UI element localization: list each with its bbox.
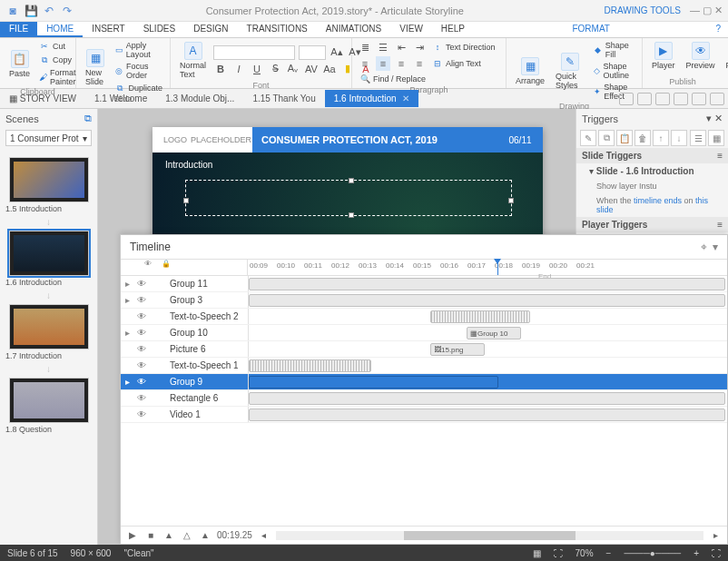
text-direction-button[interactable]: ↕Text Direction [430, 41, 497, 54]
eye-col-icon[interactable]: 👁 [139, 260, 157, 275]
zoom-out-icon[interactable]: − [606, 548, 612, 558]
delete-trigger-icon[interactable]: 🗑 [635, 130, 651, 146]
save-icon[interactable]: 💾 [24, 4, 38, 18]
slide-thumb[interactable] [9, 231, 89, 276]
tab-home[interactable]: HOME [37, 22, 83, 37]
normal-text-button[interactable]: ANormal Text [176, 40, 210, 81]
view-settings-icon[interactable] [710, 93, 724, 105]
underline-icon[interactable]: U [250, 62, 264, 76]
player-triggers-header[interactable]: Player Triggers≡ [576, 217, 728, 232]
align-left-icon[interactable]: ≡ [358, 56, 372, 71]
timeline-ruler[interactable]: 00:09 00:10 00:11 00:12 00:13 00:14 00:1… [248, 260, 727, 275]
timeline-row[interactable]: 👁Picture 6🖼 15.png [121, 341, 727, 358]
arrange-button[interactable]: ▦Arrange [512, 55, 548, 87]
timeline-row[interactable]: ▸👁Group 11 [121, 276, 727, 292]
playhead[interactable] [497, 260, 498, 275]
timeline-anchor-icon[interactable]: ⌖ [701, 241, 707, 253]
tab-module-obj[interactable]: 1.3 Module Obj... [156, 90, 243, 107]
triggers-collapse-icon[interactable]: ▾ ✕ [706, 113, 723, 124]
close-tab-icon[interactable]: ✕ [402, 94, 409, 103]
undo-icon[interactable]: ↶ [42, 4, 56, 18]
tab-help-top[interactable]: HELP [432, 22, 474, 37]
stop-icon[interactable]: ■ [144, 529, 157, 542]
close-icon[interactable]: ✕ [714, 5, 723, 15]
story-view-tab[interactable]: ▦ STORY VIEW [0, 90, 85, 107]
timeline-row[interactable]: ▸👁Group 10▦ Group 10 [121, 325, 727, 341]
tab-welcome[interactable]: 1.1 Welcome [85, 90, 156, 107]
trigger-slide-name[interactable]: ▾ Slide - 1.6 Introduction [576, 163, 728, 179]
font-select[interactable] [213, 45, 295, 60]
variables-icon[interactable]: ☰ [690, 130, 706, 146]
tab-file[interactable]: FILE [0, 22, 37, 37]
focus-order-button[interactable]: ◎Focus Order [113, 61, 164, 81]
zoom-in-icon[interactable]: + [694, 548, 699, 558]
fit-window-icon[interactable]: ⛶ [712, 548, 721, 558]
copy-button[interactable]: ⧉Copy [37, 54, 81, 66]
format-painter-button[interactable]: 🖌Format Painter [37, 67, 81, 87]
maximize-icon[interactable]: ▢ [703, 5, 712, 15]
tab-view[interactable]: VIEW [390, 22, 432, 37]
zoom-slider[interactable]: ────●──── [624, 548, 681, 558]
strike-icon[interactable]: S̶ [268, 62, 282, 76]
align-center-icon[interactable]: ≡ [376, 56, 390, 71]
timeline-scrollbar[interactable] [276, 531, 703, 540]
slide-thumb[interactable] [9, 378, 89, 423]
slide-triggers-header[interactable]: Slide Triggers≡ [576, 148, 728, 163]
player-button[interactable]: ▶Player [648, 40, 679, 72]
quick-styles-button[interactable]: ✎Quick Styles [552, 51, 588, 92]
copy-trigger-icon[interactable]: ⧉ [598, 130, 615, 146]
help-icon[interactable]: ? [708, 22, 728, 37]
align-text-button[interactable]: ⊟Align Text [430, 57, 483, 70]
bullets-icon[interactable]: ≣ [358, 40, 372, 54]
size-select[interactable] [299, 45, 326, 60]
lock-col-icon[interactable]: 🔒 [157, 260, 175, 275]
tab-insert[interactable]: INSERT [83, 22, 134, 37]
zoom-pct[interactable]: 70% [576, 548, 594, 558]
tab-thank-you[interactable]: 1.15 Thank You [243, 90, 324, 107]
timeline-row-selected[interactable]: ▸👁Group 9 [121, 374, 727, 390]
minimize-icon[interactable]: ― [690, 5, 700, 15]
grid-view-icon[interactable]: ▦ [533, 548, 541, 558]
shadow-icon[interactable]: Aᵥ [286, 62, 300, 76]
play-icon[interactable]: ▶ [126, 529, 139, 542]
case-icon[interactable]: Aa [322, 62, 337, 76]
view-phone-landscape-icon[interactable] [674, 93, 688, 105]
scroll-right-icon[interactable]: ▸ [709, 529, 722, 542]
timeline-row[interactable]: 👁Rectangle 6 [121, 390, 727, 407]
char-spacing-icon[interactable]: AV [304, 62, 319, 76]
publish-button[interactable]: ☁Publish [723, 40, 728, 72]
move-up-icon[interactable]: ↑ [653, 130, 669, 146]
expand-col-icon[interactable] [121, 260, 139, 275]
zoom-in-timeline-icon[interactable]: ▲ [199, 529, 212, 542]
timeline-row[interactable]: 👁Text-to-Speech 2 [121, 309, 727, 325]
scroll-left-icon[interactable]: ◂ [258, 529, 271, 542]
justify-icon[interactable]: ≡ [412, 56, 427, 71]
numbering-icon[interactable]: ☰ [376, 40, 390, 54]
tab-slides[interactable]: SLIDES [134, 22, 185, 37]
timeline-row[interactable]: ▸👁Group 3 [121, 292, 727, 309]
scene-selector[interactable]: 1 Consumer Prot▾ [5, 130, 92, 146]
fit-icon[interactable]: ⛶ [554, 548, 563, 558]
new-trigger-icon[interactable]: ✎ [580, 130, 596, 146]
preview-button[interactable]: 👁Preview [683, 40, 719, 72]
zoom-out-timeline-icon[interactable]: ▲ [162, 529, 175, 542]
tab-animations[interactable]: ANIMATIONS [317, 22, 390, 37]
cut-button[interactable]: ✂Cut [37, 40, 81, 53]
timeline-collapse-icon[interactable]: ▾ [713, 241, 718, 253]
trigger-condition[interactable]: When the timeline ends on this slide [576, 193, 728, 217]
scenes-popout-icon[interactable]: ⧉ [84, 113, 92, 124]
grow-font-icon[interactable]: A▴ [330, 45, 344, 60]
tab-format[interactable]: FORMAT [563, 22, 618, 37]
find-replace-button[interactable]: 🔍Find / Replace [358, 73, 428, 85]
view-tablet-portrait-icon[interactable] [655, 93, 670, 105]
apply-layout-button[interactable]: ▭Apply Layout [113, 40, 164, 60]
slide-thumb[interactable] [9, 304, 89, 349]
slide-thumb[interactable] [9, 157, 89, 202]
view-tablet-landscape-icon[interactable] [637, 93, 652, 105]
tab-introduction[interactable]: 1.6 Introduction✕ [325, 90, 418, 107]
bold-icon[interactable]: B [213, 62, 228, 76]
zoom-reset-timeline-icon[interactable]: △ [181, 529, 193, 542]
selection-box[interactable] [185, 180, 512, 216]
italic-icon[interactable]: I [231, 62, 246, 76]
indent-inc-icon[interactable]: ⇥ [412, 40, 427, 54]
